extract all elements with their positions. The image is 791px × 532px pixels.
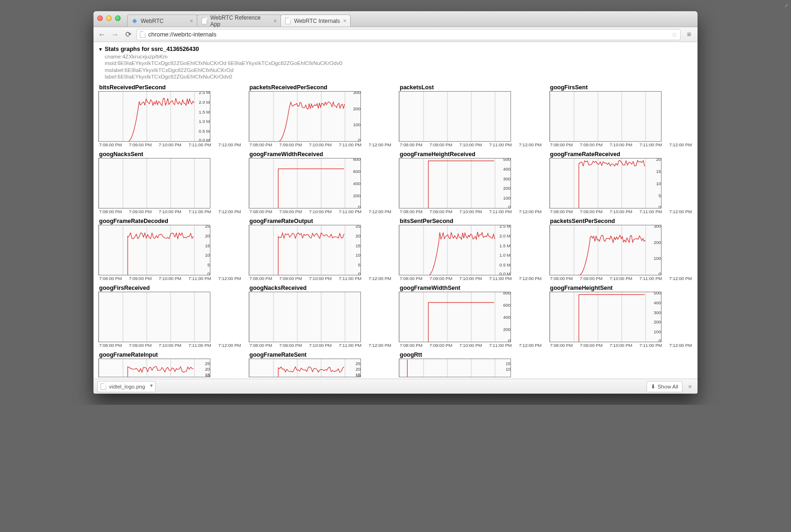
x-tick-label: 7:08:00 PM — [550, 343, 573, 348]
x-tick-label: 7:12:00 PM — [218, 142, 241, 147]
chart-title: googFrameRateSent — [250, 352, 393, 358]
minimize-window-button[interactable] — [106, 15, 112, 21]
meta-line: label:6E9IaEYkyxIkTCxDgc82ZGoEhICfxNuCKr… — [105, 73, 693, 80]
back-button[interactable]: ← — [97, 30, 107, 39]
chart-plot: 3002001000 — [549, 225, 662, 275]
tab-2[interactable]: WebRTC Internals× — [280, 14, 351, 27]
chart-title: googFrameWidthReceived — [250, 151, 393, 158]
series-line — [400, 161, 494, 208]
x-tick-label: 7:08:00 PM — [550, 142, 573, 147]
chart-googFrameRateDecoded: googFrameRateDecoded25201510507:08:00 PM… — [98, 217, 242, 281]
x-axis-labels: 7:08:00 PM7:09:00 PM7:10:00 PM7:11:00 PM… — [399, 343, 543, 348]
chart-plot: 8006004002000 — [399, 292, 511, 342]
y-tick-label: 200 — [353, 106, 360, 111]
x-tick-label: 7:12:00 PM — [368, 142, 391, 147]
y-tick-label: 5 — [358, 262, 360, 267]
x-tick-label: 7:08:00 PM — [250, 209, 273, 214]
close-shelf-button[interactable]: × — [686, 383, 694, 390]
x-tick-label: 7:11:00 PM — [489, 142, 512, 147]
x-tick-label: 7:11:00 PM — [489, 343, 512, 348]
x-tick-label: 7:11:00 PM — [489, 209, 512, 214]
chart-googNacksSent: googNacksSent7:08:00 PM7:09:00 PM7:10:00… — [98, 150, 242, 214]
y-tick-label: 2.0 M — [499, 233, 511, 238]
chart-plot: 2520151050 — [98, 225, 210, 275]
chart-plot: 2520151050 — [249, 225, 361, 275]
series-line — [99, 233, 194, 275]
section-header[interactable]: ▼ Stats graphs for ssrc_4136526430 — [98, 46, 693, 52]
close-tab-icon[interactable]: × — [273, 18, 277, 24]
x-tick-label: 7:11:00 PM — [640, 343, 662, 348]
omnibox[interactable]: chrome://webrtc-internals ☆ — [137, 29, 681, 40]
x-tick-label: 7:08:00 PM — [400, 343, 423, 348]
x-tick-label: 7:09:00 PM — [129, 276, 152, 281]
x-tick-label: 7:10:00 PM — [309, 142, 332, 147]
x-tick-label: 7:10:00 PM — [610, 142, 633, 147]
show-all-downloads-button[interactable]: ⬇ Show All — [647, 381, 683, 392]
x-tick-label: 7:11:00 PM — [188, 276, 211, 281]
y-tick-label: 2.5 M — [499, 225, 511, 229]
close-tab-icon[interactable]: × — [190, 18, 193, 24]
chart-title: packetsSentPerSecond — [550, 218, 693, 224]
y-tick-label: 10 — [355, 373, 360, 377]
x-tick-label: 7:10:00 PM — [610, 276, 633, 281]
window-controls — [97, 15, 121, 21]
chart-title: googFrameRateOutput — [250, 218, 393, 224]
y-tick-label: 400 — [503, 315, 511, 320]
download-item[interactable]: vidtel_logo.png ▼ — [97, 381, 156, 392]
y-tick-label: 5 — [658, 193, 661, 198]
y-tick-label: 100 — [654, 256, 661, 261]
y-tick-label: 300 — [654, 309, 661, 315]
y-tick-label: 800 — [353, 158, 360, 162]
x-axis-labels: 7:08:00 PM7:09:00 PM7:10:00 PM7:11:00 PM… — [549, 276, 693, 281]
close-window-button[interactable] — [97, 15, 103, 21]
tab-0[interactable]: WebRTC× — [127, 14, 197, 27]
y-tick-label: 0.0 M — [499, 271, 511, 275]
x-tick-label: 7:12:00 PM — [669, 276, 692, 281]
x-tick-label: 7:09:00 PM — [430, 209, 453, 214]
close-tab-icon[interactable]: × — [343, 18, 346, 24]
diamond-icon — [131, 18, 138, 24]
chart-googFrameRateReceived: googFrameRateReceived201510507:08:00 PM7… — [549, 150, 693, 214]
y-tick-label: 0.5 M — [499, 262, 511, 267]
chart-plot: 5004003002001000 — [549, 292, 662, 342]
zoom-window-button[interactable] — [115, 15, 121, 21]
y-tick-label: 25 — [355, 361, 360, 366]
y-tick-label: 20 — [205, 367, 210, 372]
reload-button[interactable]: ⟳ — [123, 30, 133, 39]
x-tick-label: 7:10:00 PM — [459, 142, 482, 147]
x-axis-labels: 7:08:00 PM7:09:00 PM7:10:00 PM7:11:00 PM… — [249, 142, 393, 147]
chart-googRtt: googRtt1510 — [399, 351, 543, 377]
series-line — [250, 367, 344, 377]
x-tick-label: 7:08:00 PM — [250, 142, 273, 147]
y-tick-label: 100 — [654, 329, 661, 334]
y-tick-label: 100 — [353, 122, 360, 127]
x-tick-label: 7:12:00 PM — [218, 343, 241, 348]
y-tick-label: 0.0 M — [199, 137, 210, 142]
chart-googFrameRateOutput: googFrameRateOutput25201510507:08:00 PM7… — [249, 217, 393, 281]
tab-title: WebRTC Internals — [294, 18, 340, 24]
chart-googFirsSent: googFirsSent7:08:00 PM7:09:00 PM7:10:00 … — [549, 83, 693, 147]
tab-1[interactable]: WebRTC Reference App× — [197, 14, 281, 27]
chart-title: packetsReceivedPerSecond — [250, 84, 393, 91]
forward-button[interactable]: → — [110, 30, 120, 39]
x-tick-label: 7:12:00 PM — [669, 209, 692, 214]
tab-title: WebRTC Reference App — [210, 14, 271, 28]
menu-button[interactable]: ≡ — [684, 30, 694, 39]
chevron-down-icon[interactable]: ▼ — [149, 383, 153, 388]
bookmark-star-icon[interactable]: ☆ — [671, 31, 677, 38]
chart-title: bitsSentPerSecond — [400, 218, 543, 224]
series-line — [99, 367, 194, 377]
x-tick-label: 7:08:00 PM — [99, 209, 122, 214]
disclosure-triangle-icon[interactable]: ▼ — [98, 47, 103, 52]
x-tick-label: 7:09:00 PM — [129, 142, 152, 147]
chart-googFirsReceived: googFirsReceived7:08:00 PM7:09:00 PM7:10… — [98, 284, 242, 348]
chart-googFrameWidthSent: googFrameWidthSent80060040020007:08:00 P… — [399, 284, 543, 348]
chart-title: googFrameHeightReceived — [400, 151, 543, 158]
x-tick-label: 7:10:00 PM — [158, 142, 181, 147]
chart-plot — [249, 292, 361, 342]
x-tick-label: 7:10:00 PM — [309, 209, 332, 214]
chart-googFrameRateInput: googFrameRateInput25201510 — [98, 351, 242, 377]
x-tick-label: 7:09:00 PM — [580, 276, 603, 281]
chart-title: googNacksReceived — [250, 285, 393, 291]
y-tick-label: 500 — [654, 292, 661, 295]
